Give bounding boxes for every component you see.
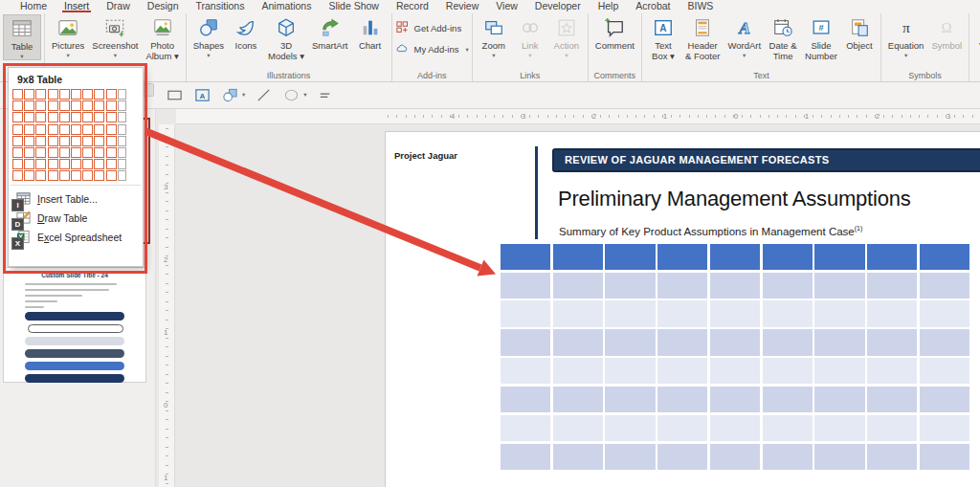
table-size-cell[interactable]	[118, 136, 126, 146]
ribbon-button-video[interactable]: Video▾	[972, 14, 980, 58]
slide-table-cell[interactable]	[710, 415, 760, 441]
slide-table-cell[interactable]	[920, 444, 969, 470]
table-size-cell[interactable]	[94, 100, 104, 111]
slide-table-cell[interactable]	[501, 358, 550, 384]
table-size-cell[interactable]	[48, 170, 58, 181]
table-size-cell[interactable]	[48, 136, 58, 146]
table-size-cell[interactable]	[82, 147, 93, 158]
slide-table-cell[interactable]	[501, 329, 550, 355]
slide-table-header-cell[interactable]	[710, 244, 760, 270]
slide-table-cell[interactable]	[867, 300, 917, 326]
table-size-cell[interactable]	[59, 136, 70, 146]
slide-table-cell[interactable]	[710, 329, 760, 355]
tab-record[interactable]: Record	[388, 0, 437, 12]
toolbar-rectangle-icon[interactable]	[165, 85, 184, 104]
table-size-cell[interactable]	[48, 124, 58, 135]
slide-table-cell[interactable]	[867, 358, 917, 384]
slide-table-cell[interactable]	[657, 358, 707, 384]
slide-table-cell[interactable]	[814, 300, 864, 326]
table-size-cell[interactable]	[12, 147, 23, 158]
table-size-cell[interactable]	[94, 170, 104, 181]
slide-table-cell[interactable]	[867, 444, 917, 470]
slide-table-header-cell[interactable]	[553, 244, 603, 270]
table-size-cell[interactable]	[118, 159, 126, 169]
tab-developer[interactable]: Developer	[526, 0, 590, 12]
ribbon-button-slide-number[interactable]: #Slide Number	[801, 14, 841, 61]
table-size-cell[interactable]	[71, 147, 81, 158]
slide-table-cell[interactable]	[710, 358, 760, 384]
slide-table-cell[interactable]	[867, 329, 917, 355]
slide-table-cell[interactable]	[710, 444, 760, 470]
slide-table-cell[interactable]	[605, 444, 655, 470]
table-size-cell[interactable]	[71, 100, 81, 111]
slide-table-header-cell[interactable]	[501, 244, 550, 270]
slide-table-header-cell[interactable]	[920, 244, 969, 270]
tab-review[interactable]: Review	[437, 0, 487, 12]
slide-table-cell[interactable]	[501, 300, 550, 326]
slide-table-cell[interactable]	[605, 329, 655, 355]
table-size-cell[interactable]	[24, 89, 34, 100]
table-size-cell[interactable]	[35, 159, 46, 169]
slide-table-cell[interactable]	[553, 415, 603, 441]
ribbon-button-object[interactable]: Object	[841, 14, 878, 52]
slide-table-cell[interactable]	[920, 387, 969, 412]
table-size-cell[interactable]	[71, 159, 81, 169]
table-size-cell[interactable]	[24, 136, 34, 146]
table-size-cell[interactable]	[82, 124, 93, 135]
ribbon-button-wordart[interactable]: AWordArt▾	[724, 14, 765, 58]
tab-animations[interactable]: Animations	[253, 0, 320, 12]
table-size-cell[interactable]	[59, 100, 70, 111]
slide-table-cell[interactable]	[710, 300, 760, 326]
table-size-cell[interactable]	[59, 147, 70, 158]
table-size-cell[interactable]	[118, 170, 126, 181]
slide-table-cell[interactable]	[657, 444, 707, 470]
table-size-cell[interactable]	[106, 100, 117, 111]
slide-table-cell[interactable]	[710, 387, 760, 412]
slide-table-cell[interactable]	[763, 273, 813, 299]
ribbon-button-action[interactable]: Action▾	[548, 14, 585, 58]
table-size-cell[interactable]	[118, 112, 126, 122]
slide-table-cell[interactable]	[657, 300, 707, 326]
table-size-cell[interactable]	[12, 124, 23, 135]
ribbon-button-text-box[interactable]: AText Box ▾	[645, 14, 681, 61]
tab-transitions[interactable]: Transitions	[187, 0, 253, 12]
toolbar-text-box-small-icon[interactable]: A	[192, 85, 212, 104]
slide-table-cell[interactable]	[605, 415, 655, 441]
tab-help[interactable]: Help	[590, 0, 628, 12]
table-size-cell[interactable]	[35, 112, 46, 122]
chevron-down-icon[interactable]: ▾	[242, 91, 245, 99]
table-size-cell[interactable]	[35, 124, 46, 135]
table-size-cell[interactable]	[59, 89, 70, 100]
menu-item-draw-table[interactable]: DDraw Table	[9, 209, 143, 228]
table-size-cell[interactable]	[35, 89, 46, 100]
slide-table-cell[interactable]	[920, 415, 969, 441]
slide-table-cell[interactable]	[763, 300, 813, 326]
slide-table-cell[interactable]	[553, 300, 603, 326]
ribbon-button-symbol[interactable]: ΩSymbol	[927, 14, 966, 52]
slide-table-cell[interactable]	[553, 329, 603, 355]
slide-table-cell[interactable]	[867, 387, 917, 412]
table-size-cell[interactable]	[59, 170, 70, 181]
slide-eyebrow-text[interactable]: Project Jaguar	[394, 150, 457, 161]
slide-table-cell[interactable]	[920, 300, 969, 326]
table-size-cell[interactable]	[48, 89, 58, 100]
slide-table-cell[interactable]	[763, 358, 813, 384]
table-size-cell[interactable]	[24, 159, 34, 169]
slide-thumbnail[interactable]: Custom Slide Title - 24	[3, 267, 146, 383]
slide-table-cell[interactable]	[553, 358, 603, 384]
table-size-cell[interactable]	[71, 136, 81, 146]
table-size-cell[interactable]	[82, 170, 93, 181]
ribbon-button-link[interactable]: Link▾	[512, 14, 548, 58]
ribbon-button-header-footer[interactable]: Header & Footer	[681, 14, 724, 61]
tab-insert[interactable]: Insert	[56, 0, 98, 12]
table-size-cell[interactable]	[118, 89, 126, 100]
slide-table-cell[interactable]	[867, 273, 917, 299]
table-size-cell[interactable]	[48, 112, 58, 122]
slide-table-cell[interactable]	[657, 329, 707, 355]
slide-table-cell[interactable]	[710, 273, 760, 299]
table-size-cell[interactable]	[24, 124, 34, 135]
slide-table-cell[interactable]	[814, 273, 864, 299]
table-size-cell[interactable]	[12, 100, 23, 111]
table-size-cell[interactable]	[24, 147, 34, 158]
table-size-cell[interactable]	[106, 89, 117, 100]
